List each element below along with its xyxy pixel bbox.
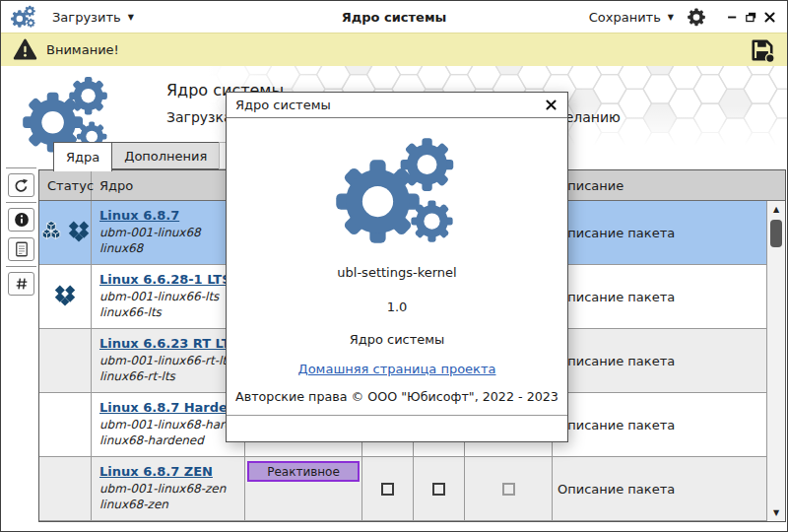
tab-kernels[interactable]: Ядра [53,142,112,171]
tab-kernels-label: Ядра [66,150,99,165]
table-row[interactable]: Linux 6.8.7 ZEN ubm-001-linux68-zen linu… [39,457,785,521]
status-cell [39,393,92,456]
installed-diamonds-icon [52,284,78,309]
cell [362,457,414,520]
warning-text: Внимание! [46,42,119,57]
close-window-button[interactable] [762,10,777,25]
description-cell: Описание пакета [553,265,785,328]
status-cell [39,201,92,264]
column-header-status: Статус [39,170,92,200]
status-cell [39,329,92,392]
dialog-footer [227,415,567,441]
document-icon [13,240,31,258]
titlebar: Загрузить ▼ Ядро системы Сохранить ▼ [1,1,787,33]
status-cell [39,265,92,328]
kernel-cell: Linux 6.8.7 ZEN ubm-001-linux68-zen linu… [92,457,245,520]
kernel-cell: Linux 6.6.23 RT LTS ubm-001-linux66-rt-l… [92,329,245,392]
load-menu-button[interactable]: Загрузить ▼ [52,10,134,25]
app-window: Загрузить ▼ Ядро системы Сохранить ▼ Вни… [0,0,788,532]
kernel-package: ubm-001-linux68-zen [99,481,240,497]
warning-triangle-icon [13,37,37,62]
scroll-up-arrow[interactable]: ▲ [767,202,785,217]
dialog-titlebar: Ядро системы [227,93,567,118]
tab-addons-label: Дополнения [124,149,207,164]
column-header-description: Описание [553,170,785,200]
kernel-code: linux68-hardened [99,432,240,448]
toolbar-separator [6,266,36,267]
kernel-code: linux66-lts [99,304,240,320]
warning-banner: Внимание! [1,33,787,66]
reactive-badge-button[interactable]: Реактивное [247,461,360,482]
dialog-gears-icon [336,130,459,253]
side-toolbar [5,166,37,299]
dialog-app-name: ubl-settings-kernel [337,265,456,280]
kernel-package: ubm-001-linux66-lts [99,289,240,304]
dialog-copyright: Авторские права © ООО "Юбисофт", 2022 - … [235,389,558,404]
kernel-package: ubm-001-linux66-rt-lts [99,353,240,368]
save-menu-label: Сохранить [589,10,661,25]
about-dialog: Ядро системы ubl-settings-kernel 1.0 Ядр… [226,92,568,442]
dialog-version: 1.0 [387,299,408,314]
log-document-button[interactable] [8,237,34,261]
info-icon [13,211,31,229]
column-header-kernel: Ядро [92,170,245,200]
kernel-code: linux66-rt-lts [99,368,240,384]
toolbar-separator [6,202,36,203]
scroll-down-arrow[interactable]: ▼ [767,505,785,520]
save-menu-button[interactable]: Сохранить ▼ [589,10,674,25]
dialog-description: Ядро системы [350,332,445,347]
cell: Реактивное [245,457,362,520]
description-cell: Описание пакета [553,393,785,456]
hash-icon [14,276,30,292]
checkbox[interactable] [432,483,445,496]
refresh-button[interactable] [8,173,34,197]
scrollbar-thumb[interactable] [770,220,782,247]
tab-addons[interactable]: Дополнения [111,142,220,169]
kernel-code: linux68 [99,240,240,256]
vertical-scrollbar[interactable]: ▲ ▼ [766,201,785,521]
refresh-icon [13,177,30,194]
kernel-cell: Linux 6.6.28-1 LTS ubm-001-linux66-lts l… [92,265,245,328]
info-button[interactable] [8,208,34,232]
status-cell [39,457,92,520]
load-menu-label: Загрузить [52,10,121,25]
save-locked-floppy-icon[interactable] [750,37,775,63]
kernel-link[interactable]: Linux 6.8.7 [99,208,179,223]
kernel-cell: Linux 6.8.7 Hardened ubm-001-linux68-har… [92,393,245,456]
kernel-cell: Linux 6.8.7 ubm-001-linux68 linux68 [92,201,245,264]
kernel-link[interactable]: Linux 6.6.23 RT LTS [99,336,239,351]
toolbar-separator [6,167,36,168]
chevron-down-icon: ▼ [128,13,134,22]
kernel-link[interactable]: Linux 6.8.7 ZEN [99,464,213,479]
kernel-package: ubm-001-linux68 [99,225,240,240]
cell [414,457,465,520]
minimize-button[interactable] [725,10,740,25]
checkbox-disabled[interactable] [502,483,515,496]
dialog-homepage-link[interactable]: Домашняя страница проекта [298,362,496,376]
maximize-button[interactable] [744,10,758,25]
packages-icon [38,220,64,245]
kernel-code: linux68-zen [99,497,240,512]
installed-diamonds-icon [66,220,92,245]
dialog-body: ubl-settings-kernel 1.0 Ядро системы Дом… [227,118,567,404]
hash-button[interactable] [8,272,34,296]
dialog-title: Ядро системы [235,98,331,112]
app-logo-gears-icon [11,4,36,30]
chevron-down-icon: ▼ [668,13,674,22]
settings-gear-icon[interactable] [686,6,707,28]
description-cell: Описание пакета [553,329,785,392]
checkbox[interactable] [381,483,394,496]
kernel-package: ubm-001-linux68-hardened [99,417,240,432]
description-cell: Описание пакета [553,201,785,264]
dialog-close-button[interactable] [544,98,558,112]
kernel-link[interactable]: Linux 6.6.28-1 LTS [99,272,231,287]
cell [465,457,553,520]
description-cell: Описание пакета [553,457,785,520]
